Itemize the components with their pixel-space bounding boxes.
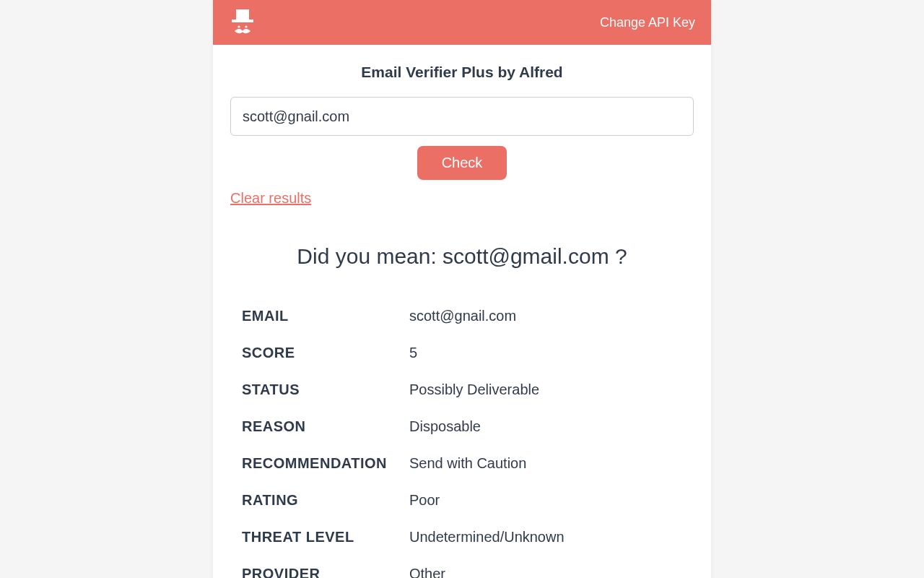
email-input[interactable]	[230, 97, 694, 136]
row-label-provider: PROVIDER	[242, 566, 409, 578]
table-row: PROVIDER Other	[242, 556, 682, 578]
table-row: STATUS Possibly Deliverable	[242, 371, 682, 408]
svg-point-2	[237, 25, 240, 27]
row-label-status: STATUS	[242, 381, 409, 398]
content-area: Email Verifier Plus by Alfred Check Clea…	[213, 45, 711, 578]
table-row: SCORE 5	[242, 335, 682, 371]
table-row: THREAT LEVEL Undetermined/Unknown	[242, 519, 682, 556]
row-value-threat-level: Undetermined/Unknown	[409, 529, 565, 545]
page-title: Email Verifier Plus by Alfred	[230, 64, 694, 81]
row-value-provider: Other	[409, 566, 445, 578]
clear-results-link[interactable]: Clear results	[230, 190, 311, 207]
table-row: RECOMMENDATION Send with Caution	[242, 445, 682, 482]
row-value-status: Possibly Deliverable	[409, 381, 539, 398]
row-label-reason: REASON	[242, 418, 409, 435]
table-row: REASON Disposable	[242, 408, 682, 445]
row-label-rating: RATING	[242, 492, 409, 509]
alfred-logo-icon	[229, 8, 256, 37]
row-value-recommendation: Send with Caution	[409, 455, 526, 472]
row-value-rating: Poor	[409, 492, 440, 509]
brand-logo	[229, 8, 256, 37]
app-panel: Change API Key Email Verifier Plus by Al…	[213, 0, 711, 578]
svg-point-3	[245, 25, 247, 27]
change-api-key-link[interactable]: Change API Key	[600, 15, 695, 30]
row-label-threat-level: THREAT LEVEL	[242, 529, 409, 545]
did-you-mean: Did you mean: scott@gmail.com ?	[230, 244, 694, 269]
table-row: EMAIL scott@gnail.com	[242, 298, 682, 335]
row-value-email: scott@gnail.com	[409, 308, 516, 324]
row-value-score: 5	[409, 345, 417, 361]
row-label-email: EMAIL	[242, 308, 409, 324]
check-button[interactable]: Check	[417, 146, 507, 180]
svg-rect-1	[232, 20, 253, 22]
topbar: Change API Key	[213, 0, 711, 45]
svg-rect-0	[236, 9, 249, 20]
table-row: RATING Poor	[242, 482, 682, 519]
row-value-reason: Disposable	[409, 418, 481, 435]
result-table: EMAIL scott@gnail.com SCORE 5 STATUS Pos…	[230, 298, 694, 578]
row-label-score: SCORE	[242, 345, 409, 361]
row-label-recommendation: RECOMMENDATION	[242, 455, 409, 472]
